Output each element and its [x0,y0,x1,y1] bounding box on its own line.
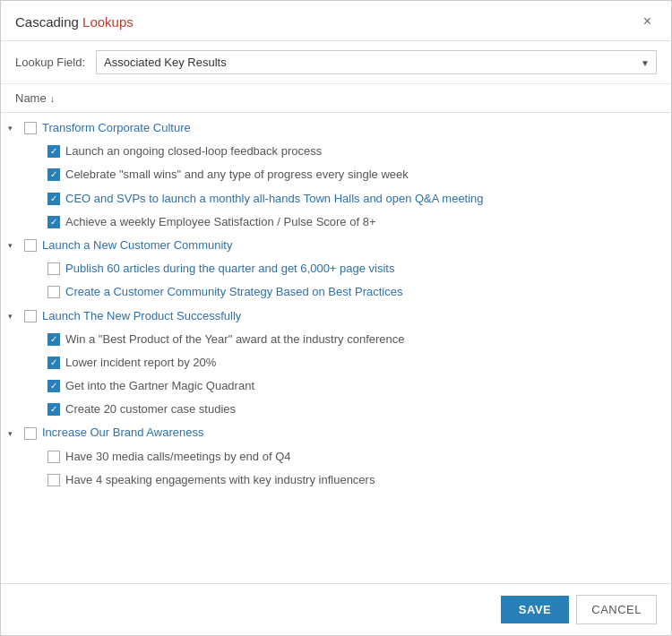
child-label: Lower incident report by 20% [65,355,216,371]
child-checkbox[interactable] [47,262,60,275]
tree-item-c3: CEO and SVPs to launch a monthly all-han… [1,187,671,211]
parent-checkbox[interactable] [24,427,37,440]
close-button[interactable]: × [638,12,657,31]
child-label: Have 30 media calls/meetings by end of Q… [65,449,290,465]
lookup-field-select-wrapper: Associated Key Results ▼ [96,50,657,74]
parent-label: Launch a New Customer Community [42,237,232,254]
child-label: CEO and SVPs to launch a monthly all-han… [65,191,484,207]
save-button[interactable]: SAVE [501,596,569,623]
lookup-field-row: Lookup Field: Associated Key Results ▼ [1,41,671,84]
child-checkbox[interactable] [47,286,60,298]
tree-item-c12: Have 4 speaking engagements with key ind… [1,468,671,492]
parent-checkbox[interactable] [24,239,37,252]
child-checkbox[interactable] [47,168,60,181]
parent-label: Launch The New Product Successfully [42,308,241,324]
child-label: Celebrate "small wins" and any type of p… [65,167,409,183]
tree-item-c8: Lower incident report by 20% [1,351,671,374]
child-checkbox[interactable] [47,145,60,158]
tree-group-g4: ▾Increase Our Brand Awareness [1,421,671,444]
child-label: Achieve a weekly Employee Satisfaction /… [65,214,376,230]
tree-item-c11: Have 30 media calls/meetings by end of Q… [1,445,671,468]
parent-checkbox[interactable] [24,122,37,134]
tree-item-c7: Win a "Best Product of the Year" award a… [1,328,671,351]
child-checkbox[interactable] [47,193,60,205]
child-checkbox[interactable] [47,451,60,463]
child-label: Publish 60 articles during the quarter a… [65,261,395,277]
name-header: Name ↓ [1,84,671,113]
parent-label: Transform Corporate Culture [42,120,191,136]
chevron-icon[interactable]: ▾ [8,429,19,438]
tree-group-g3: ▾Launch The New Product Successfully [1,305,671,328]
tree-item-c4: Achieve a weekly Employee Satisfaction /… [1,211,671,234]
dialog-footer: SAVE CANCEL [1,583,671,635]
dialog-title: Cascading Lookups [15,14,134,30]
child-checkbox[interactable] [47,216,60,228]
child-label: Create 20 customer case studies [65,401,236,417]
child-label: Launch an ongoing closed-loop feedback p… [65,143,322,159]
child-label: Get into the Gartner Magic Quadrant [65,378,254,394]
chevron-icon[interactable]: ▾ [8,241,19,250]
child-checkbox[interactable] [47,403,60,416]
child-label: Win a "Best Product of the Year" award a… [65,331,405,348]
tree-item-c6: Create a Customer Community Strategy Bas… [1,280,671,304]
cancel-button[interactable]: CANCEL [576,595,657,624]
lookup-field-select[interactable]: Associated Key Results [96,50,657,74]
tree-item-c2: Celebrate "small wins" and any type of p… [1,163,671,186]
chevron-icon[interactable]: ▾ [8,124,19,133]
sort-icon: ↓ [50,93,56,104]
child-checkbox[interactable] [47,474,60,486]
tree-item-c1: Launch an ongoing closed-loop feedback p… [1,140,671,163]
child-label: Create a Customer Community Strategy Bas… [65,284,402,300]
chevron-icon[interactable]: ▾ [8,312,19,321]
parent-checkbox[interactable] [24,310,37,322]
dialog-header: Cascading Lookups × [1,1,671,41]
child-checkbox[interactable] [47,357,60,369]
tree-group-g1: ▾Transform Corporate Culture [1,116,671,140]
parent-label: Increase Our Brand Awareness [42,425,203,441]
child-checkbox[interactable] [47,380,60,392]
tree-item-c9: Get into the Gartner Magic Quadrant [1,374,671,398]
tree-item-c5: Publish 60 articles during the quarter a… [1,257,671,280]
tree-container: ▾Transform Corporate CultureLaunch an on… [1,113,671,583]
child-checkbox[interactable] [47,333,60,346]
tree-item-c10: Create 20 customer case studies [1,398,671,421]
lookup-field-label: Lookup Field: [15,56,85,69]
child-label: Have 4 speaking engagements with key ind… [65,472,375,488]
cascading-lookups-dialog: Cascading Lookups × Lookup Field: Associ… [0,0,672,636]
tree-group-g2: ▾Launch a New Customer Community [1,234,671,257]
